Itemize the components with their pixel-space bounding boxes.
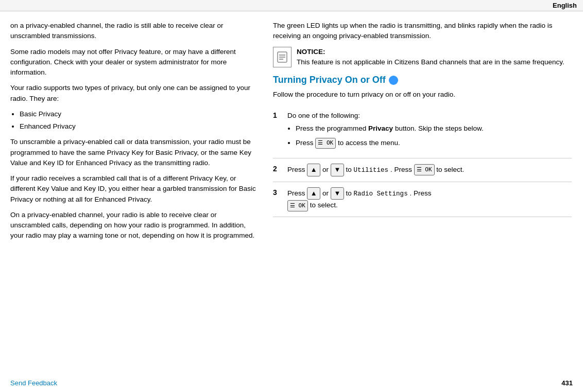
top-bar: English xyxy=(0,0,583,11)
step-1-b1-bold: Privacy xyxy=(368,124,393,132)
right-para-1: The green LED lights up when the radio i… xyxy=(273,21,572,42)
menu-ok-button-3: ☰ OK xyxy=(287,200,308,211)
pencil-icon xyxy=(277,51,287,63)
left-para-1: on a privacy-enabled channel, the radio … xyxy=(10,21,258,42)
list-item-basic-privacy: Basic Privacy xyxy=(20,109,258,119)
step-2-mono: Utilities xyxy=(354,167,389,174)
notice-body: This feature is not applicable in Citize… xyxy=(297,57,564,67)
left-para-4: To unscramble a privacy-enabled call or … xyxy=(10,137,258,168)
left-para-3: Your radio supports two types of privacy… xyxy=(10,83,258,104)
step-1-bullet-1: Press the programmed Privacy button. Ski… xyxy=(296,123,572,134)
step-1-row: 1 Do one of the following: Press the pro… xyxy=(273,105,572,158)
step-1-content: Do one of the following: Press the progr… xyxy=(287,110,572,153)
step-2-pre: Press xyxy=(287,166,305,173)
language-label: English xyxy=(553,2,577,9)
page-number: 431 xyxy=(561,379,573,387)
notice-text: NOTICE: This feature is not applicable i… xyxy=(297,47,564,68)
section-heading: Turning Privacy On or Off xyxy=(273,75,572,85)
step-1-b2-pre: Press xyxy=(296,139,314,147)
section-intro: Follow the procedure to turn privacy on … xyxy=(273,90,572,100)
menu-ok-button-1: ☰ OK xyxy=(315,138,336,149)
left-column: on a privacy-enabled channel, the radio … xyxy=(10,21,258,246)
step-3-pre: Press xyxy=(287,189,305,197)
step-1-bullets: Press the programmed Privacy button. Ski… xyxy=(287,123,572,149)
privacy-badge-icon xyxy=(389,76,398,85)
notice-box: NOTICE: This feature is not applicable i… xyxy=(273,47,572,68)
send-feedback-link[interactable]: Send Feedback xyxy=(10,379,57,387)
arrow-up-button-2: ▲ xyxy=(307,164,320,176)
step-2-content: Press ▲ or ▼ to Utilities . Press ☰ OK t… xyxy=(287,164,572,176)
left-para-2: Some radio models may not offer Privacy … xyxy=(10,47,258,78)
section-heading-text: Turning Privacy On or Off xyxy=(273,75,386,85)
step-3-mono: Radio Settings xyxy=(354,190,408,198)
step-2-row: 2 Press ▲ or ▼ to Utilities . Press ☰ OK… xyxy=(273,158,572,182)
list-item-enhanced-privacy: Enhanced Privacy xyxy=(20,121,258,132)
privacy-types-list: Basic Privacy Enhanced Privacy xyxy=(10,109,258,132)
step-3-content: Press ▲ or ▼ to Radio Settings . Press ☰… xyxy=(287,187,572,211)
step-1-bullet-2: Press ☰ OK to access the menu. xyxy=(296,138,572,149)
step-3-row: 3 Press ▲ or ▼ to Radio Settings . Press… xyxy=(273,182,572,217)
step-1-b2-mid: to access the menu. xyxy=(338,139,400,147)
step-3-mid: to xyxy=(346,189,354,197)
step-2-mid: to xyxy=(346,166,354,173)
step-3-mid2: . Press xyxy=(409,189,431,197)
step-2-mid2: . Press xyxy=(390,166,412,173)
step-3-end: to select. xyxy=(310,201,338,209)
menu-ok-button-2: ☰ OK xyxy=(414,164,435,175)
step-1-b1-pre: Press the programmed xyxy=(296,124,366,132)
right-column: The green LED lights up when the radio i… xyxy=(273,21,572,246)
step-1-b1-post: button. Skip the steps below. xyxy=(395,124,484,132)
arrow-down-button-3: ▼ xyxy=(331,187,344,200)
step-3-number: 3 xyxy=(273,187,282,197)
step-2-end: to select. xyxy=(436,166,464,173)
footer: Send Feedback 431 xyxy=(0,379,583,387)
step-2-or: or xyxy=(322,166,329,173)
step-2-number: 2 xyxy=(273,164,282,173)
arrow-down-button-2: ▼ xyxy=(331,164,344,176)
notice-title: NOTICE: xyxy=(297,47,564,57)
step-1-number: 1 xyxy=(273,110,282,119)
main-content: on a privacy-enabled channel, the radio … xyxy=(0,11,583,252)
arrow-up-button-3: ▲ xyxy=(307,187,320,200)
notice-icon xyxy=(273,47,292,67)
steps-container: 1 Do one of the following: Press the pro… xyxy=(273,105,572,217)
step-3-or: or xyxy=(322,189,329,197)
step-1-text: Do one of the following: xyxy=(287,110,572,121)
left-para-6: On a privacy-enabled channel, your radio… xyxy=(10,210,258,241)
left-para-5: If your radio receives a scrambled call … xyxy=(10,173,258,205)
